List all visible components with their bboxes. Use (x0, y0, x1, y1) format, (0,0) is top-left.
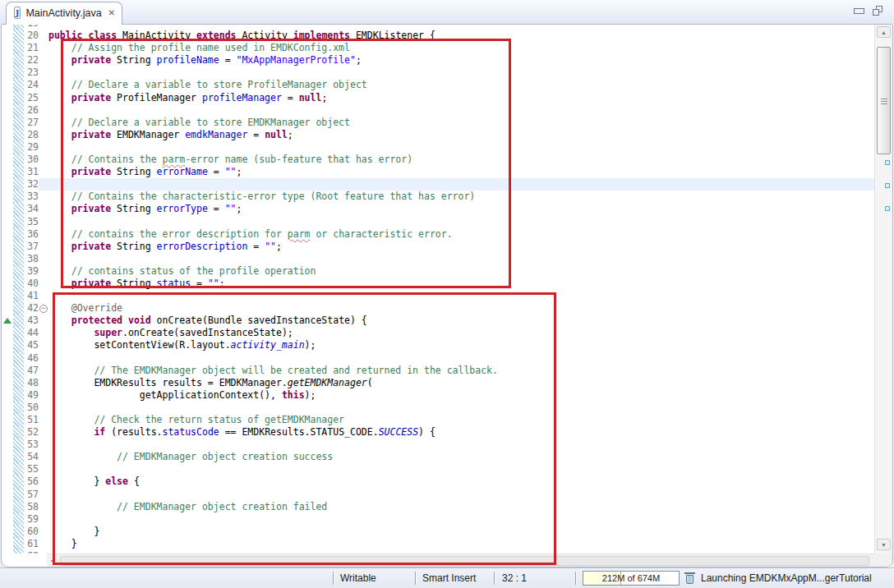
quick-diff-bar (13, 327, 24, 339)
quick-diff-bar (13, 67, 24, 79)
status-separator (415, 572, 417, 585)
quick-diff-bar (13, 501, 24, 513)
line-number: 33 (24, 191, 39, 203)
folding-ruler-cell (39, 290, 48, 302)
quick-diff-bar (13, 389, 24, 402)
quick-diff-bar (13, 475, 24, 488)
folding-ruler-cell (39, 278, 48, 290)
line-number: 23 (24, 67, 39, 79)
annotation-ruler-cell (2, 79, 13, 91)
tutorial-highlight-box (61, 39, 511, 288)
annotation-ruler-cell (2, 389, 13, 402)
annotation-ruler-cell (2, 451, 13, 463)
quick-diff-bar (13, 191, 24, 203)
line-number: 56 (24, 475, 39, 488)
quick-diff-bar (13, 513, 24, 526)
quick-diff-bar (13, 302, 24, 315)
line-number: 46 (24, 352, 39, 365)
annotation-ruler-cell (2, 253, 13, 265)
annotation-ruler-cell (2, 228, 13, 241)
quick-diff-bar (13, 352, 24, 365)
folding-ruler-cell (39, 141, 48, 154)
tab-mainactivity-java[interactable]: J MainActivity.java ✕ (6, 2, 122, 25)
annotation-ruler-cell (2, 501, 13, 513)
trash-body (686, 575, 694, 584)
quick-diff-bar (13, 339, 24, 351)
scroll-up-icon[interactable]: ▲ (877, 26, 891, 38)
line-number: 47 (24, 365, 39, 377)
annotation-ruler-cell (2, 302, 13, 315)
overview-annotation-marker[interactable] (885, 183, 890, 188)
folding-ruler-cell (39, 67, 48, 79)
status-bar: Writable Smart Insert 32 : 1 212M of 674… (0, 567, 894, 588)
folding-ruler-cell (39, 216, 48, 228)
annotation-ruler-cell (2, 327, 13, 339)
annotation-ruler-cell (2, 526, 13, 538)
override-marker-icon (3, 318, 12, 324)
scrollbar-corner (874, 554, 893, 567)
annotation-ruler-cell (2, 241, 13, 253)
vertical-scrollbar[interactable]: ▲ ▼ (874, 25, 892, 554)
folding-ruler-cell (39, 191, 48, 203)
overview-annotation-marker[interactable] (885, 160, 890, 165)
folding-ruler-cell (39, 463, 48, 475)
annotation-ruler-cell (2, 30, 13, 42)
line-number: 29 (24, 141, 39, 154)
line-number: 55 (24, 463, 39, 475)
folding-ruler-cell (39, 154, 48, 166)
status-separator (575, 572, 577, 585)
quick-diff-bar (13, 178, 24, 191)
line-number: 53 (24, 439, 39, 451)
folding-ruler-cell (39, 538, 48, 550)
annotation-ruler-cell (2, 513, 13, 526)
folding-ruler-cell (39, 315, 48, 327)
close-icon[interactable]: ✕ (108, 8, 115, 17)
folding-ruler-cell: − (39, 302, 48, 315)
line-number: 22 (24, 54, 39, 67)
folding-ruler-cell (39, 414, 48, 426)
quick-diff-bar (13, 439, 24, 451)
annotation-ruler-cell (2, 154, 13, 166)
folding-ruler-cell (39, 365, 48, 377)
editor-tab-bar: J MainActivity.java ✕ (0, 0, 894, 24)
quick-diff-bar (13, 414, 24, 426)
vertical-scrollbar-thumb[interactable] (877, 47, 891, 154)
quick-diff-bar (13, 216, 24, 228)
restore-icon[interactable] (873, 6, 882, 16)
overview-annotation-marker[interactable] (885, 206, 890, 211)
quick-diff-bar (13, 30, 24, 42)
annotation-ruler-cell (2, 166, 13, 178)
restore-front-square (873, 9, 879, 16)
line-number: 50 (24, 402, 39, 414)
folding-ruler-cell (39, 513, 48, 526)
folding-ruler-cell (39, 377, 48, 389)
annotation-ruler-cell (2, 402, 13, 414)
quick-diff-bar (13, 265, 24, 278)
folding-ruler-cell (39, 265, 48, 278)
quick-diff-bar (13, 290, 24, 302)
annotation-ruler-cell (2, 265, 13, 278)
folding-ruler-cell (39, 129, 48, 141)
folding-ruler-cell (39, 54, 48, 67)
scroll-down-icon[interactable]: ▼ (877, 539, 891, 550)
quick-diff-bar (13, 141, 24, 154)
scrollbar-grip (881, 99, 887, 104)
quick-diff-bar (13, 402, 24, 414)
line-number: 34 (24, 203, 39, 215)
quick-diff-bar (13, 278, 24, 290)
line-number: 32 (24, 178, 39, 191)
quick-diff-bar (13, 489, 24, 501)
line-number: 26 (24, 104, 39, 117)
folding-ruler-cell (39, 178, 48, 191)
annotation-ruler-cell (2, 463, 13, 475)
annotation-ruler-cell (2, 117, 13, 129)
line-number: 51 (24, 414, 39, 426)
quick-diff-bar (13, 203, 24, 215)
minimize-icon[interactable] (854, 8, 864, 14)
tab-title: MainActivity.java (25, 7, 101, 19)
fold-collapse-icon[interactable]: − (39, 305, 48, 313)
line-number: 57 (24, 489, 39, 501)
folding-ruler-cell (39, 30, 48, 42)
garbage-collect-trash-icon[interactable] (684, 572, 695, 585)
annotation-ruler-cell (2, 352, 13, 365)
